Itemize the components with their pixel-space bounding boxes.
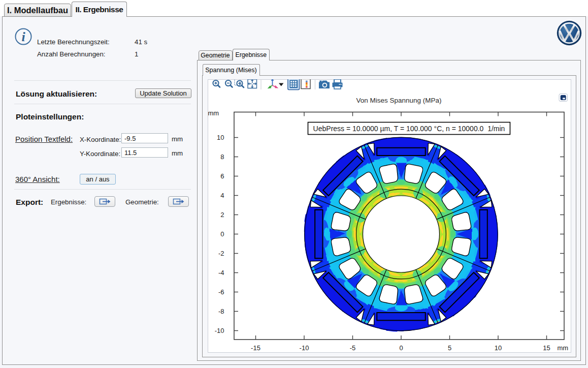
svg-text:0: 0	[399, 344, 403, 352]
svg-text:mm: mm	[208, 109, 219, 117]
svg-text:0: 0	[220, 230, 224, 238]
svg-text:-10: -10	[299, 344, 309, 352]
svg-text:15: 15	[543, 344, 550, 352]
svg-text:-15: -15	[251, 344, 260, 352]
svg-text:-10: -10	[214, 327, 224, 334]
svg-text:-6: -6	[218, 288, 224, 296]
svg-text:UebPress = 10.0000 µm, T = 100: UebPress = 10.0000 µm, T = 100.000 °C, n…	[313, 125, 505, 133]
svg-text:4: 4	[220, 192, 224, 199]
svg-text:i: i	[21, 29, 25, 44]
svg-text:-2: -2	[218, 250, 224, 257]
svg-text:6: 6	[220, 172, 224, 180]
svg-text:10: 10	[217, 134, 224, 141]
svg-text:2: 2	[220, 211, 224, 219]
svg-text:Von Mises Spannung (MPa): Von Mises Spannung (MPa)	[356, 97, 441, 104]
svg-text:5: 5	[447, 344, 451, 352]
svg-text:-5: -5	[349, 344, 355, 352]
svg-text:8: 8	[220, 153, 224, 161]
svg-text:10: 10	[494, 344, 501, 352]
svg-text:mm: mm	[557, 344, 568, 352]
svg-text:-4: -4	[218, 269, 224, 277]
svg-text:-8: -8	[218, 308, 224, 315]
